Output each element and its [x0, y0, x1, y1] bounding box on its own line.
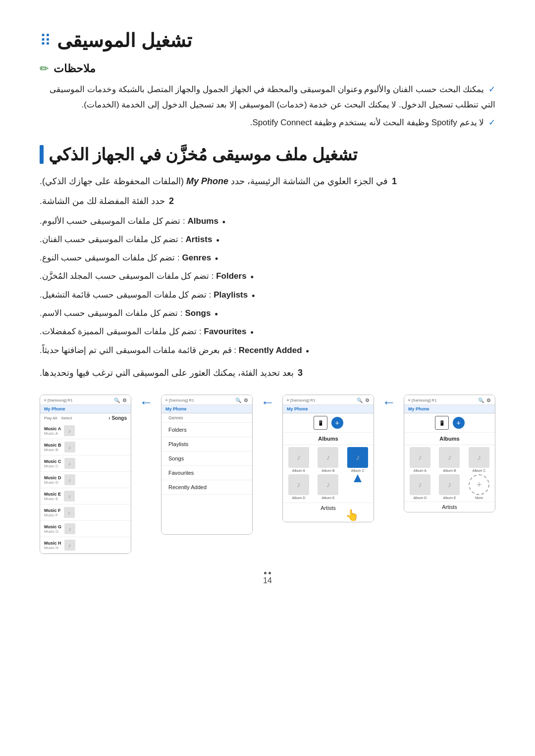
phone-header-4: ≡ [Samsung] R1 🔍 ⚙	[404, 395, 495, 405]
bullet-playlists: • Playlists : تضم كل ملفات الموسيقى حسب …	[40, 287, 466, 304]
album-art-c3: ♪	[347, 447, 368, 468]
bullet-recently-added-text: Recently Added : قم بعرض قائمة ملفات الم…	[40, 343, 302, 358]
select-btn[interactable]: Select	[61, 416, 72, 420]
step-1-num: 1	[392, 173, 404, 189]
bullet-favourites: • Favourites : تضم كل ملفات الموسيقى الم…	[40, 324, 466, 341]
song-item-d[interactable]: Music DMusic D ♪	[40, 472, 131, 488]
settings-icon-4[interactable]: ⚙	[486, 398, 491, 403]
hand-cursor-icon: 👆	[345, 509, 359, 522]
album-cell-e4[interactable]: ♪ Album E	[436, 474, 464, 500]
menu-favourites[interactable]: Favourites	[161, 466, 252, 480]
settings-icon-1[interactable]: ⚙	[122, 398, 127, 403]
header-icons-4: 🔍 ⚙	[478, 398, 491, 403]
bullet-favourites-text: Favourites : تضم كل ملفات الموسيقى الممي…	[40, 324, 247, 339]
add-device-btn-3[interactable]: +	[331, 417, 343, 429]
song-item-a[interactable]: Music A Music A ♪	[40, 423, 131, 439]
brand-1: ≡ [Samsung] R1	[44, 398, 73, 403]
bullet-genres: • Genres : تضم كل ملفات الموسيقى حسب الن…	[40, 250, 466, 267]
accent-bar	[40, 145, 44, 164]
album-cell-b4[interactable]: ♪ Album B	[436, 447, 464, 472]
album-label-b4: Album B	[443, 469, 456, 472]
search-icon-2[interactable]: 🔍	[235, 398, 241, 403]
music-title-icon: ⠿	[40, 31, 51, 50]
header-icons-3: 🔍 ⚙	[357, 398, 370, 403]
song-item-h[interactable]: Music HMusic H ♪	[40, 537, 131, 554]
play-all-btn[interactable]: Play All	[44, 416, 57, 420]
numbered-list: 1 في الجزء العلوي من الشاشة الرئيسية، حد…	[40, 173, 495, 381]
menu-recently-added[interactable]: Recently Added	[161, 480, 252, 495]
song-name-g: Music G	[44, 524, 61, 529]
notes-content: ✓ يمكنك البحث حسب الفنان والألبوم وعنوان…	[40, 82, 495, 131]
tab-my-phone-1[interactable]: My Phone	[40, 405, 131, 413]
song-thumb-e: ♪	[64, 491, 75, 502]
album-cell-d4[interactable]: ♪ Album D	[406, 474, 434, 500]
search-icon-4[interactable]: 🔍	[478, 398, 484, 403]
search-icon-1[interactable]: 🔍	[114, 398, 120, 403]
album-art-e4: ♪	[439, 474, 460, 495]
arrow-1: ←	[137, 395, 155, 410]
page-dots	[40, 572, 495, 574]
note-item-2: ✓ لا يدعم Spotify وظيفة البحث لأنه يستخد…	[40, 115, 495, 131]
note-text-2: لا يدعم Spotify وظيفة البحث لأنه يستخدم …	[250, 118, 484, 127]
section-heading-text: تشغيل ملف موسيقى مُخزَّن في الجهاز الذكي	[49, 145, 357, 164]
song-item-g[interactable]: Music GMusic G ♪	[40, 521, 131, 537]
bullet-folders: • Folders : تضم كل ملفات الموسيقى حسب ال…	[40, 268, 466, 286]
menu-playlists[interactable]: Playlists	[161, 437, 252, 452]
header-icons-1: 🔍 ⚙	[114, 398, 127, 403]
album-cell-d3[interactable]: ♪ Album D	[285, 474, 313, 500]
song-name-h: Music H	[44, 541, 61, 546]
bullet-folders-text: Folders : تضم كل ملفات الموسيقى حسب المج…	[40, 268, 247, 284]
bullet-recently-added: • Recently Added : قم بعرض قائمة ملفات ا…	[40, 343, 466, 360]
album-cell-more4[interactable]: + More	[465, 474, 493, 500]
song-sub-a: Music A	[44, 431, 61, 436]
search-icon-3[interactable]: 🔍	[357, 398, 363, 403]
step-2: 2 حدد الفئة المفضلة لك من الشاشة.	[40, 193, 495, 209]
step-2-text: حدد الفئة المفضلة لك من الشاشة.	[40, 193, 165, 209]
add-device-btn-4[interactable]: +	[453, 417, 465, 429]
album-label-c3: Album C	[351, 469, 365, 472]
device-row-3: 📱 +	[283, 413, 374, 433]
settings-icon-3[interactable]: ⚙	[365, 398, 370, 403]
album-cell-c3[interactable]: ♪ Album C	[344, 447, 372, 472]
song-thumb-a: ♪	[64, 425, 75, 436]
song-name-b: Music B	[44, 443, 61, 448]
back-btn-1[interactable]: ‹ Songs	[108, 415, 127, 421]
song-item-c[interactable]: Music CMusic C ♪	[40, 455, 131, 472]
phone-ui-3: ≡ [Samsung] R1 🔍 ⚙ My Phone 📱 + Albums ♪…	[283, 395, 374, 522]
menu-folders[interactable]: Folders	[161, 423, 252, 437]
menu-songs[interactable]: Songs	[161, 452, 252, 466]
song-item-e[interactable]: Music EMusic E ♪	[40, 488, 131, 504]
phone-header-2: ≡ [Samsung] R1 🔍 ⚙	[161, 395, 252, 405]
album-cell-a3[interactable]: ♪ Album A	[285, 447, 313, 472]
album-cell-c4[interactable]: ♪ Album C	[465, 447, 493, 472]
bullet-songs-text: Songs : تضم كل ملفات الموسيقى حسب الاسم.	[40, 305, 211, 321]
tab-my-phone-2[interactable]: My Phone	[161, 405, 252, 413]
step-3: 3 بعد تحديد الفئة، يمكنك العثور على المو…	[40, 365, 495, 381]
step-3-text: بعد تحديد الفئة، يمكنك العثور على الموسي…	[40, 365, 294, 381]
screenshot-2: ≡ [Samsung] R1 🔍 ⚙ My Phone Genres Folde…	[161, 395, 253, 535]
song-item-b[interactable]: Music BMusic B ♪	[40, 439, 131, 455]
bullet-dot: •	[251, 269, 254, 286]
song-thumb-h: ♪	[64, 540, 75, 551]
album-cell-e3[interactable]: ♪ Album E	[315, 474, 342, 500]
album-cell-a4[interactable]: ♪ Album A	[406, 447, 434, 472]
album-art-d4: ♪	[410, 474, 430, 495]
page-title: تشغيل الموسيقى	[57, 30, 192, 51]
bullet-artists: • Artists : تضم كل ملفات الموسيقى حسب ال…	[40, 232, 466, 249]
song-sub-c: Music C	[44, 464, 61, 468]
album-cell-b3[interactable]: ♪ Album B	[315, 447, 342, 472]
bullet-list: • Albums : تضم كل ملفات الموسيقى حسب الأ…	[40, 213, 466, 360]
more-btn-4[interactable]: +	[469, 474, 489, 495]
settings-icon-2[interactable]: ⚙	[244, 398, 248, 403]
bullet-dot: •	[216, 233, 219, 249]
song-name-a: Music A	[44, 426, 61, 431]
song-name-c: Music C	[44, 459, 61, 464]
song-item-f[interactable]: Music FMusic F ♪	[40, 504, 131, 521]
album-label-e3: Album E	[321, 496, 334, 500]
tab-my-phone-4[interactable]: My Phone	[404, 405, 495, 413]
screenshots-row: ≡ [Samsung] R1 🔍 ⚙ My Phone Play All Sel…	[40, 395, 495, 554]
album-label-a4: Album A	[414, 469, 427, 472]
song-sub-d: Music D	[44, 480, 61, 485]
tab-my-phone-3[interactable]: My Phone	[283, 405, 374, 413]
song-name-f: Music F	[44, 508, 61, 513]
